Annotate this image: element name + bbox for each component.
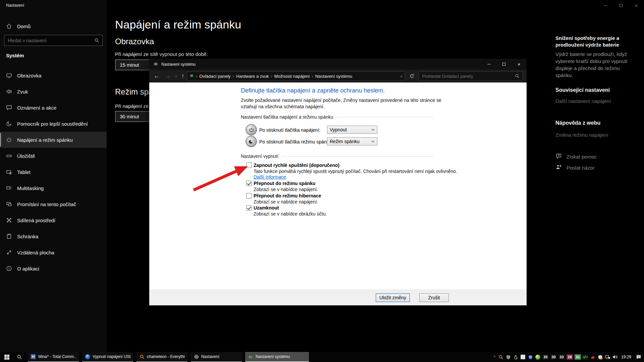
dialog-maximize-button[interactable] — [496, 59, 512, 70]
settings-sidebar: Nastavení Domů Systém Obrazovka Zvuk — [0, 0, 107, 352]
taskbar-button-total-commander[interactable]: Mina^ - Total Comm... — [28, 352, 79, 362]
dialog-minimize-button[interactable] — [481, 59, 496, 70]
more-info-link[interactable]: Další informace — [254, 174, 286, 180]
search-icon — [17, 354, 22, 360]
tray-app-square-icon[interactable] — [520, 354, 526, 360]
system-settings-dialog: Nastavení systému × ← → ∨ ↑ › Ovládací p… — [149, 59, 527, 305]
lock-menu-checkbox[interactable] — [246, 205, 252, 210]
control-panel-search-box — [419, 71, 523, 81]
screen-section-heading: Obrazovka — [115, 37, 154, 46]
taskbar-button-settings[interactable]: Nastavení — [191, 352, 242, 362]
tray-antivirus-shield-icon[interactable] — [505, 354, 511, 360]
sidebar-item-o-aplikaci[interactable]: O aplikaci — [0, 260, 107, 277]
sidebar-item-home[interactable]: Domů — [0, 19, 107, 34]
settings-restore-button[interactable] — [613, 0, 629, 11]
up-button[interactable]: ↑ — [179, 70, 187, 82]
dialog-close-button[interactable]: × — [512, 59, 527, 70]
get-help-link[interactable]: Získat pomoc — [555, 153, 597, 160]
send-feedback-link[interactable]: Poslat názor — [555, 164, 594, 171]
dialog-titlebar[interactable]: Nastavení systému × — [149, 59, 527, 70]
address-dropdown-chevron-icon[interactable]: ∨ — [400, 74, 402, 78]
sidebar-item-napajeni[interactable]: Napájení a režim spánku — [0, 132, 107, 148]
breadcrumb-separator: › — [312, 74, 313, 79]
back-button[interactable]: ← — [151, 70, 162, 82]
tray-everything-icon[interactable] — [498, 354, 504, 360]
power-button-dropdown[interactable]: Vypnout — [327, 126, 377, 134]
sidebar-item-promitani[interactable]: Promítání na tento počítač — [0, 196, 107, 212]
taskbar-search-button[interactable] — [13, 352, 25, 362]
breadcrumb-hardware-sound[interactable]: Hardware a zvuk — [236, 74, 269, 79]
tray-notification-icon[interactable] — [636, 354, 641, 360]
cancel-button[interactable]: Zrušit — [419, 293, 449, 302]
sidebar-item-uloziste[interactable]: Úložiště — [0, 148, 107, 164]
tray-temp-badge-5[interactable]: 31 — [575, 354, 581, 360]
settings-search-box — [4, 35, 103, 46]
refresh-button[interactable] — [407, 71, 417, 81]
fast-startup-label: Zapnout rychlé spuštění (doporučeno) — [254, 163, 339, 168]
home-icon — [6, 23, 12, 29]
settings-search-input[interactable] — [4, 38, 94, 43]
sleep-menu-checkbox[interactable] — [246, 181, 252, 186]
fast-startup-description: Tato funkce pomáhá rychleji spustit vypn… — [254, 169, 457, 174]
taskbar-button-browser[interactable]: Vypnutí napájení USB... — [82, 352, 133, 362]
tray-defender-icon[interactable] — [597, 354, 603, 360]
tray-usb-icon[interactable] — [513, 354, 519, 360]
sidebar-item-oznameni-a-akce[interactable]: Oznámení a akce — [0, 100, 107, 116]
chevron-down-icon — [371, 140, 375, 142]
change-power-mode-link[interactable]: Změna režimu napájení — [555, 132, 608, 138]
tray-green-sphere-icon[interactable] — [535, 354, 541, 360]
breadcrumb-system-settings[interactable]: Nastavení systému — [315, 74, 353, 79]
sidebar-items: Obrazovka Zvuk Oznámení a akce Pomocník … — [0, 67, 107, 277]
feedback-icon — [555, 164, 562, 171]
restore-icon — [620, 4, 623, 7]
address-bar[interactable]: › Ovládací panely › Hardware a zvuk › Mo… — [187, 71, 405, 81]
sidebar-item-obrazovka[interactable]: Obrazovka — [0, 67, 107, 83]
tray-temp-badge-4[interactable]: 28 — [567, 354, 573, 360]
search-icon[interactable] — [515, 74, 520, 78]
tray-temp-badge-2[interactable]: 30 — [550, 354, 557, 360]
sleep-button-dropdown[interactable]: Režim spánku — [327, 137, 377, 145]
dialog-description: Zvolte požadované nastavení napájení poč… — [241, 97, 442, 110]
tray-shield-g-icon[interactable]: G — [528, 354, 533, 360]
tray-alert-horn-icon[interactable] — [590, 354, 596, 360]
search-icon[interactable] — [94, 38, 99, 43]
sidebar-item-sdilena-prostredi[interactable]: Sdílená prostředí — [0, 212, 107, 228]
tray-expand-chevron[interactable]: ^ — [494, 355, 495, 359]
sleep-menu-label: Přepnout do režimu spánku — [254, 181, 315, 186]
breadcrumb-separator: › — [233, 74, 234, 79]
clipboard-icon — [6, 233, 12, 239]
power-options-icon — [248, 354, 253, 359]
hibernate-menu-checkbox[interactable] — [246, 193, 252, 198]
history-chevron-icon[interactable]: ∨ — [173, 70, 179, 82]
settings-minimize-button[interactable] — [598, 0, 613, 11]
sidebar-item-schranka[interactable]: Schránka — [0, 228, 107, 244]
multitasking-icon — [6, 185, 12, 191]
tray-temp-badge-3[interactable]: 33 — [558, 354, 565, 360]
fast-startup-checkbox[interactable] — [246, 163, 252, 168]
tray-volume-icon[interactable] — [612, 354, 618, 360]
taskbar-button-system-settings[interactable]: Nastavení systému — [245, 352, 309, 362]
tray-monitor-graph-icon[interactable] — [583, 354, 588, 360]
taskbar-button-everything[interactable]: chameleon - Everythi... — [137, 352, 187, 362]
power-options-icon — [153, 61, 158, 68]
settings-close-button[interactable]: × — [629, 0, 644, 11]
sidebar-item-zvuk[interactable]: Zvuk — [0, 83, 107, 100]
sidebar-item-vzdalena-plocha[interactable]: Vzdálená plocha — [0, 244, 107, 260]
sidebar-item-tablet[interactable]: Tablet — [0, 164, 107, 180]
sleep-menu-description: Zobrazí se v nabídce napájení. — [254, 187, 318, 192]
start-button[interactable] — [0, 352, 13, 362]
app-title: Nastavení — [6, 3, 24, 8]
forward-button[interactable]: → — [163, 70, 173, 82]
sidebar-item-pomocnik[interactable]: Pomocník pro lepší soustředění — [0, 116, 107, 132]
breadcrumb-control-panel[interactable]: Ovládací panely — [199, 74, 230, 79]
breadcrumb-power-options[interactable]: Možnosti napájení — [274, 74, 310, 79]
additional-power-settings-link[interactable]: Další nastavení napájení — [555, 98, 611, 104]
tray-temp-badge-1[interactable]: 35 — [542, 354, 549, 360]
tray-network-icon[interactable] — [605, 354, 610, 360]
save-changes-button[interactable]: Uložit změny — [376, 293, 410, 302]
control-panel-search-input[interactable] — [419, 74, 515, 79]
sleep-timeout-label: Při napájení ze sí — [115, 103, 154, 109]
sidebar-item-multitasking[interactable]: Multitasking — [0, 180, 107, 196]
tray-clock[interactable]: 19:29 — [621, 355, 631, 359]
dialog-title: Nastavení systému — [161, 62, 196, 67]
